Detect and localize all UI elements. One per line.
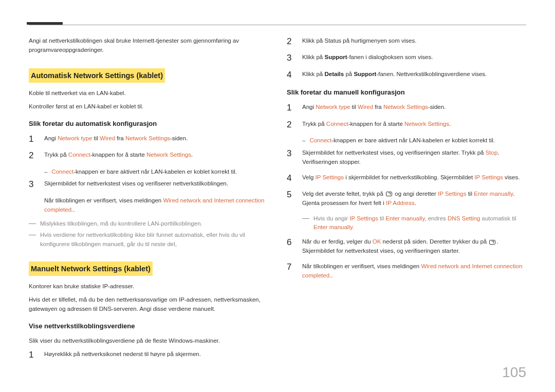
page-number: 105: [502, 364, 526, 381]
step-1: 1 Høyreklikk på nettverksikonet nederst …: [29, 350, 268, 360]
step-number: 2: [287, 120, 295, 130]
note-text: Hvis du angir IP Settings til Enter manu…: [313, 214, 526, 233]
paragraph: Hvis det er tilfellet, må du be den nett…: [29, 295, 268, 314]
step-number: 7: [287, 262, 295, 272]
note-bullet: ― Mislykkes tilkoblingen, må du kontroll…: [29, 219, 268, 229]
step-number: 2: [287, 36, 295, 47]
step-number: 4: [287, 70, 295, 80]
step-body: Trykk på Connect-knappen for å starte Ne…: [44, 151, 268, 160]
step-4: 4 Velg IP Settings i skjermbildet for ne…: [287, 173, 526, 183]
sub-bullet-text: Connect-knappen er bare aktivert når LAN…: [309, 136, 495, 145]
heading-manual-network: Manuelt Network Settings (kablet): [29, 262, 153, 276]
page-rule: [29, 25, 526, 25]
right-column: 2 Klikk på Status på hurtigmenyen som vi…: [287, 36, 526, 366]
two-column-layout: Angi at nettverkstilkoblingen skal bruke…: [29, 36, 526, 366]
step-body: Når du er ferdig, velger du OK nederst p…: [302, 237, 526, 256]
step-number: 3: [287, 148, 295, 159]
step-body: Klikk på Support-fanen i dialogboksen so…: [302, 53, 526, 62]
step-number: 3: [29, 179, 37, 190]
step-2: 2 Trykk på Connect-knappen for å starte …: [29, 151, 268, 161]
step-3: 3 Skjermbildet for nettverkstest vises o…: [29, 179, 268, 190]
sub-bullet: – Connect-knappen er bare aktivert når L…: [302, 136, 526, 145]
step-body: Når tilkoblingen er verifisert, vises me…: [302, 262, 526, 281]
paragraph: Kontroller først at en LAN-kabel er kobl…: [29, 102, 268, 111]
step-number: 1: [29, 350, 37, 360]
step-7: 7 Når tilkoblingen er verifisert, vises …: [287, 262, 526, 281]
paragraph: Slik viser du nettverkstilkoblingsverdie…: [29, 337, 268, 346]
step-number: 6: [287, 237, 295, 248]
dash-icon: ―: [29, 231, 36, 249]
note-text: Hvis verdiene for nettverkstilkobling ik…: [40, 231, 268, 249]
sub-bullet-text: Connect-knappen er bare aktivert når LAN…: [51, 167, 237, 177]
step-body: Klikk på Details på Support-fanen. Nettv…: [302, 70, 526, 79]
step-body: Angi Network type til Wired fra Network …: [302, 103, 526, 112]
step-2: 2 Trykk på Connect-knappen for å starte …: [287, 120, 526, 130]
enter-button-icon: [489, 240, 495, 245]
sub-bullet: Når tilkoblingen er verifisert, vises me…: [44, 196, 268, 215]
sub-bullet-text: Når tilkoblingen er verifisert, vises me…: [44, 196, 268, 215]
enter-button-icon: [386, 192, 392, 196]
step-3: 3 Skjermbildet for nettverkstest vises, …: [287, 148, 526, 167]
step-4: 4 Klikk på Details på Support-fanen. Net…: [287, 70, 526, 80]
step-body: Klikk på Status på hurtigmenyen som vise…: [302, 36, 526, 46]
note-text: Mislykkes tilkoblingen, må du kontroller…: [40, 219, 202, 229]
intro-text: Angi at nettverkstilkoblingen skal bruke…: [29, 36, 268, 55]
subheading-manual-config: Slik foretar du manuell konfigurasjon: [287, 87, 526, 98]
step-3: 3 Klikk på Support-fanen i dialogboksen …: [287, 53, 526, 63]
step-5: 5 Velg det øverste feltet, trykk på og a…: [287, 190, 526, 208]
step-number: 2: [29, 151, 37, 161]
step-number: 5: [287, 190, 295, 200]
step-number: 1: [287, 103, 295, 113]
step-1: 1 Angi Network type til Wired fra Networ…: [287, 103, 526, 113]
step-number: 3: [287, 53, 295, 63]
step-number: 1: [29, 134, 37, 144]
step-body: Trykk på Connect-knappen for å starte Ne…: [302, 120, 526, 129]
subheading-view-values: Vise nettverkstilkoblingsverdiene: [29, 321, 268, 331]
dash-icon: –: [44, 167, 47, 177]
step-body: Skjermbildet for nettverkstest vises og …: [44, 179, 268, 189]
heading-auto-network: Automatisk Network Settings (kablet): [29, 68, 165, 83]
step-body: Høyreklikk på nettverksikonet nederst ti…: [44, 350, 268, 359]
document-page: Angi at nettverkstilkoblingen skal bruke…: [0, 0, 555, 387]
step-body: Skjermbildet for nettverkstest vises, og…: [302, 148, 526, 167]
dash-icon: ―: [302, 214, 309, 233]
sub-bullet: – Connect-knappen er bare aktivert når L…: [44, 167, 268, 177]
dash-icon: –: [302, 136, 305, 145]
dash-icon: ―: [29, 219, 36, 229]
note-bullet: ― Hvis du angir IP Settings til Enter ma…: [302, 214, 526, 233]
step-2: 2 Klikk på Status på hurtigmenyen som vi…: [287, 36, 526, 47]
left-column: Angi at nettverkstilkoblingen skal bruke…: [29, 36, 268, 366]
step-body: Velg IP Settings i skjermbildet for nett…: [302, 173, 526, 182]
step-number: 4: [287, 173, 295, 183]
note-bullet: ― Hvis verdiene for nettverkstilkobling …: [29, 231, 268, 249]
step-6: 6 Når du er ferdig, velger du OK nederst…: [287, 237, 526, 256]
subheading-auto-config: Slik foretar du automatisk konfigurasjon: [29, 119, 268, 129]
paragraph: Kontorer kan bruke statiske IP-adresser.: [29, 282, 268, 291]
paragraph: Koble til nettverket via en LAN-kabel.: [29, 89, 268, 98]
step-body: Velg det øverste feltet, trykk på og ang…: [302, 190, 526, 208]
step-1: 1 Angi Network type til Wired fra Networ…: [29, 134, 268, 144]
step-body: Angi Network type til Wired fra Network …: [44, 134, 268, 143]
